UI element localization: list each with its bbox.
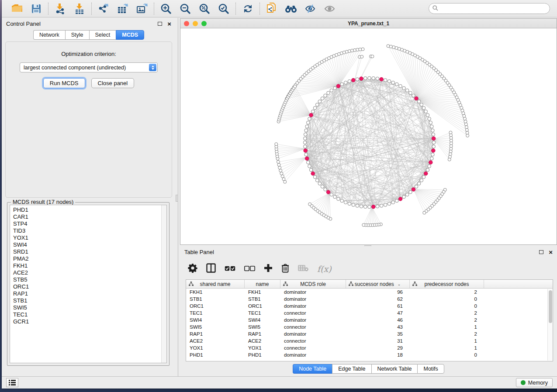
- mcds-result-list[interactable]: PHD1CAR1STP4TID3YOX1SWI4SRD1PMA2FKH1ACE2…: [10, 205, 167, 363]
- network-node[interactable]: [448, 158, 451, 161]
- network-node[interactable]: [426, 113, 429, 117]
- network-node[interactable]: [380, 204, 383, 208]
- network-node[interactable]: [368, 76, 371, 80]
- tab-network[interactable]: Network: [33, 30, 65, 40]
- mcds-node[interactable]: [432, 149, 436, 153]
- network-node[interactable]: [464, 117, 467, 120]
- network-node[interactable]: [362, 224, 365, 227]
- network-node[interactable]: [321, 185, 324, 189]
- network-node[interactable]: [340, 83, 344, 86]
- close-table-panel-icon[interactable]: ×: [549, 249, 553, 255]
- network-node[interactable]: [428, 117, 431, 120]
- network-node[interactable]: [304, 145, 307, 148]
- mcds-node[interactable]: [336, 84, 340, 88]
- network-node[interactable]: [344, 201, 347, 204]
- mcds-result-node[interactable]: RAP1: [13, 290, 166, 297]
- mcds-node[interactable]: [429, 161, 432, 165]
- network-node[interactable]: [423, 211, 426, 214]
- mcds-node[interactable]: [309, 113, 313, 117]
- table-row[interactable]: SWI4SWI4dominator462: [186, 316, 553, 323]
- network-node[interactable]: [356, 204, 359, 208]
- zoom-selected-button[interactable]: [217, 2, 230, 15]
- mcds-node[interactable]: [304, 149, 308, 153]
- mcds-result-node[interactable]: PHD1: [13, 206, 166, 213]
- network-node[interactable]: [304, 133, 307, 136]
- mcds-list-scrollbar[interactable]: [161, 205, 166, 363]
- network-node[interactable]: [405, 89, 409, 92]
- mcds-result-node[interactable]: CAR1: [13, 213, 166, 220]
- network-node[interactable]: [363, 205, 367, 209]
- network-node[interactable]: [309, 168, 313, 172]
- network-node[interactable]: [464, 120, 467, 123]
- network-node[interactable]: [321, 97, 324, 100]
- mcds-result-node[interactable]: FKH1: [13, 262, 166, 269]
- column-header-shared-name[interactable]: shared name: [186, 280, 245, 288]
- network-node[interactable]: [464, 123, 467, 126]
- network-node[interactable]: [360, 55, 363, 58]
- network-node[interactable]: [371, 55, 374, 58]
- table-settings-button[interactable]: [188, 263, 197, 275]
- network-node[interactable]: [384, 203, 387, 207]
- column-header-name[interactable]: name: [245, 280, 280, 288]
- mcds-result-node[interactable]: PMA2: [13, 255, 166, 262]
- table-row[interactable]: STB1STB1dominator620: [186, 296, 553, 303]
- mcds-node[interactable]: [311, 172, 315, 175]
- network-node[interactable]: [305, 125, 309, 128]
- table-row[interactable]: PHD1PHD1dominator180: [186, 351, 553, 358]
- network-node[interactable]: [315, 103, 319, 107]
- mcds-node[interactable]: [432, 137, 436, 141]
- float-panel-icon[interactable]: [158, 22, 162, 26]
- network-node[interactable]: [324, 94, 327, 97]
- memory-button[interactable]: Memory: [516, 378, 553, 387]
- column-header-successor-nodes[interactable]: successor nodes⌄: [346, 280, 410, 288]
- export-table-button[interactable]: [116, 2, 129, 15]
- tab-network-table[interactable]: Network Table: [371, 364, 418, 374]
- mcds-node[interactable]: [415, 96, 419, 100]
- mcds-node[interactable]: [398, 197, 402, 201]
- network-node[interactable]: [275, 143, 278, 146]
- network-node[interactable]: [324, 188, 327, 191]
- network-node[interactable]: [344, 81, 347, 85]
- network-node[interactable]: [315, 179, 319, 182]
- table-row[interactable]: SWI5SWI5connector431: [186, 323, 553, 330]
- network-node[interactable]: [277, 160, 280, 163]
- mcds-node[interactable]: [380, 77, 384, 81]
- mcds-node[interactable]: [352, 78, 356, 82]
- zoom-out-button[interactable]: [179, 2, 192, 15]
- network-node[interactable]: [308, 203, 311, 206]
- network-node[interactable]: [431, 129, 435, 132]
- network-node[interactable]: [465, 128, 468, 131]
- export-image-button[interactable]: [135, 2, 149, 15]
- table-scrollbar[interactable]: [547, 289, 553, 361]
- network-node[interactable]: [277, 163, 280, 166]
- network-node[interactable]: [340, 199, 344, 203]
- mcds-result-node[interactable]: SWI4: [13, 241, 166, 248]
- network-node[interactable]: [417, 100, 421, 103]
- criterion-select[interactable]: largest connected component (undirected): [20, 62, 158, 72]
- mcds-result-node[interactable]: TID3: [13, 227, 166, 234]
- network-node[interactable]: [294, 85, 297, 88]
- select-stepper-icon[interactable]: [149, 64, 156, 71]
- network-node[interactable]: [432, 141, 436, 144]
- network-node[interactable]: [281, 175, 284, 178]
- network-node[interactable]: [422, 175, 426, 179]
- network-node[interactable]: [376, 205, 379, 208]
- network-node[interactable]: [391, 201, 395, 204]
- select-all-columns-button[interactable]: [225, 265, 235, 273]
- network-node[interactable]: [330, 193, 333, 196]
- network-node[interactable]: [368, 205, 371, 209]
- tab-motifs[interactable]: Motifs: [417, 364, 444, 374]
- network-node[interactable]: [356, 78, 359, 81]
- network-node[interactable]: [308, 165, 311, 168]
- network-node[interactable]: [360, 205, 363, 208]
- mcds-node[interactable]: [360, 77, 363, 81]
- network-node[interactable]: [333, 195, 337, 199]
- network-node[interactable]: [352, 203, 355, 207]
- mcds-result-node[interactable]: ACE2: [13, 269, 166, 276]
- vertical-splitter[interactable]: [176, 18, 178, 376]
- mcds-node[interactable]: [412, 188, 415, 192]
- network-node[interactable]: [389, 45, 392, 48]
- delete-column-button[interactable]: [281, 263, 289, 275]
- mcds-result-node[interactable]: SRD1: [13, 248, 166, 255]
- network-node[interactable]: [304, 129, 308, 132]
